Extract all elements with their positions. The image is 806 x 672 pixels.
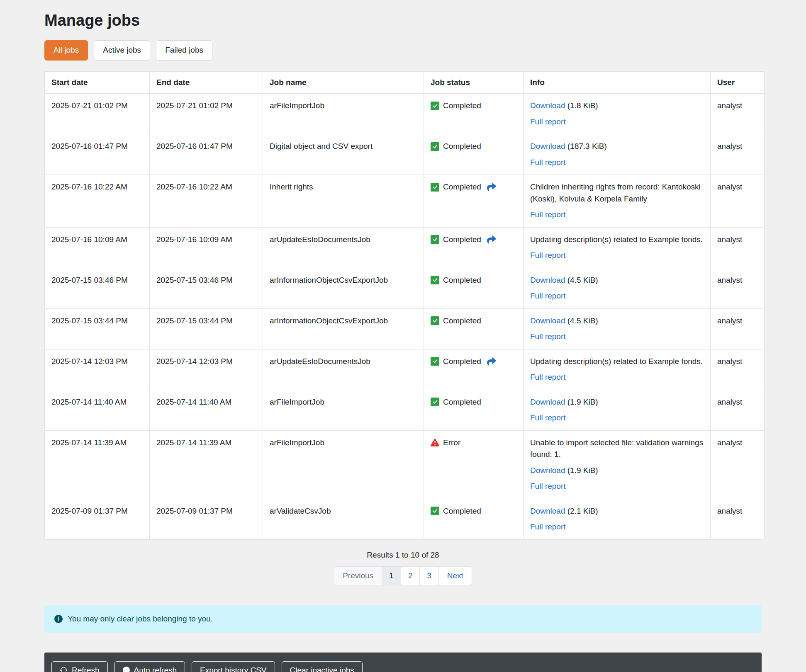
pagination-previous[interactable]: Previous <box>334 566 382 585</box>
pagination-page-2[interactable]: 2 <box>401 566 420 585</box>
job-info-text: Children inheriting rights from record: … <box>530 181 704 205</box>
job-status-cell: Completed <box>424 349 524 390</box>
full-report-link[interactable]: Full report <box>530 117 566 126</box>
job-info-text: Unable to import selected file: validati… <box>530 437 704 461</box>
refresh-label: Refresh <box>72 666 100 672</box>
share-icon <box>487 235 496 244</box>
job-status-cell: Completed <box>424 499 524 539</box>
filter-active-jobs[interactable]: Active jobs <box>94 40 150 61</box>
start-date-cell: 2025-07-15 03:46 PM <box>45 268 150 308</box>
refresh-button[interactable]: Refresh <box>51 661 108 672</box>
user-cell: analyst <box>711 308 765 349</box>
download-link[interactable]: Download <box>530 398 565 406</box>
share-icon <box>487 182 496 192</box>
clear-inactive-jobs-button[interactable]: Clear inactive jobs <box>282 661 363 672</box>
end-date-cell: 2025-07-16 10:22 AM <box>150 175 263 228</box>
job-name-cell: arFileImportJob <box>263 390 424 430</box>
info-icon <box>54 615 63 623</box>
job-info-text: Updating description(s) related to Examp… <box>530 234 704 246</box>
export-history-csv-label: Export history CSV <box>200 666 267 672</box>
pagination-next[interactable]: Next <box>438 566 472 585</box>
table-header-row: Start date End date Job name Job status … <box>45 71 765 94</box>
full-report-link[interactable]: Full report <box>530 251 566 260</box>
download-link[interactable]: Download <box>530 276 565 284</box>
download-link[interactable]: Download <box>530 142 565 150</box>
end-date-cell: 2025-07-14 12:03 PM <box>150 349 263 390</box>
download-link[interactable]: Download <box>530 507 565 515</box>
full-report-link[interactable]: Full report <box>530 482 566 490</box>
auto-refresh-button[interactable]: Auto refresh <box>114 661 185 672</box>
download-link[interactable]: Download <box>530 101 565 110</box>
download-link[interactable]: Download <box>530 316 565 325</box>
job-info-text: Updating description(s) related to Examp… <box>530 356 704 368</box>
job-status-cell: Completed <box>424 94 524 134</box>
status-completed-icon <box>431 276 439 284</box>
status-label: Completed <box>443 234 481 246</box>
job-status-cell: Completed <box>424 227 524 268</box>
start-date-cell: 2025-07-16 10:09 AM <box>45 227 150 268</box>
download-size: (4.5 KiB) <box>565 276 598 284</box>
status-label: Error <box>443 437 460 449</box>
col-header-end-date: End date <box>150 71 263 94</box>
status-error-icon <box>431 438 439 447</box>
user-cell: analyst <box>711 134 765 175</box>
status-completed-icon <box>431 142 439 151</box>
end-date-cell: 2025-07-16 01:47 PM <box>150 134 263 175</box>
filter-all-jobs[interactable]: All jobs <box>44 40 88 61</box>
col-header-user: User <box>711 71 765 94</box>
status-completed-icon <box>431 316 439 325</box>
job-name-cell: arFileImportJob <box>263 430 424 499</box>
full-report-link[interactable]: Full report <box>530 522 566 531</box>
col-header-job-status: Job status <box>424 71 524 94</box>
pagination: Previous 1 2 3 Next <box>44 566 762 585</box>
end-date-cell: 2025-07-16 10:09 AM <box>150 227 263 268</box>
full-report-link[interactable]: Full report <box>530 291 566 300</box>
user-cell: analyst <box>711 349 765 390</box>
job-filter-buttons: All jobs Active jobs Failed jobs <box>44 40 762 61</box>
job-status-cell: Error <box>424 430 524 499</box>
status-label: Completed <box>443 315 481 327</box>
table-row: 2025-07-15 03:44 PM2025-07-15 03:44 PMar… <box>45 308 765 349</box>
status-label: Completed <box>443 181 481 193</box>
job-info-cell: Unable to import selected file: validati… <box>524 430 711 499</box>
start-date-cell: 2025-07-14 11:39 AM <box>45 430 150 499</box>
manage-jobs-page: Manage jobs All jobs Active jobs Failed … <box>0 0 806 672</box>
download-link[interactable]: Download <box>530 466 565 475</box>
pagination-page-1[interactable]: 1 <box>382 566 401 585</box>
job-info-cell: Download (187.3 KiB)Full report <box>524 134 711 175</box>
export-history-csv-button[interactable]: Export history CSV <box>192 661 275 672</box>
pagination-page-3[interactable]: 3 <box>419 566 439 585</box>
refresh-icon <box>60 666 68 672</box>
jobs-table-body: 2025-07-21 01:02 PM2025-07-21 01:02 PMar… <box>45 94 765 540</box>
jobs-table: Start date End date Job name Job status … <box>44 71 765 540</box>
job-info-cell: Download (4.5 KiB)Full report <box>524 268 711 308</box>
end-date-cell: 2025-07-09 01:37 PM <box>150 499 263 539</box>
table-row: 2025-07-14 11:40 AM2025-07-14 11:40 AMar… <box>45 390 765 430</box>
job-info-cell: Updating description(s) related to Examp… <box>524 349 711 390</box>
download-size: (187.3 KiB) <box>565 142 607 150</box>
start-date-cell: 2025-07-14 12:03 PM <box>45 349 150 390</box>
job-status-cell: Completed <box>424 268 524 308</box>
full-report-link[interactable]: Full report <box>530 158 566 167</box>
full-report-link[interactable]: Full report <box>530 413 566 422</box>
full-report-link[interactable]: Full report <box>530 332 566 341</box>
table-row: 2025-07-14 11:39 AM2025-07-14 11:39 AMar… <box>45 430 765 499</box>
job-info-cell: Download (2.1 KiB)Full report <box>524 499 711 539</box>
end-date-cell: 2025-07-14 11:39 AM <box>150 430 263 499</box>
start-date-cell: 2025-07-14 11:40 AM <box>45 390 150 430</box>
download-size: (1.9 KiB) <box>565 398 598 406</box>
job-status-cell: Completed <box>424 175 524 228</box>
status-label: Completed <box>443 141 481 153</box>
col-header-info: Info <box>524 71 711 94</box>
filter-failed-jobs[interactable]: Failed jobs <box>156 40 212 61</box>
job-status-cell: Completed <box>424 308 524 349</box>
results-summary: Results 1 to 10 of 28 <box>44 551 762 560</box>
full-report-link[interactable]: Full report <box>530 373 566 381</box>
user-cell: analyst <box>711 94 765 134</box>
download-size: (1.9 KiB) <box>565 466 598 475</box>
full-report-link[interactable]: Full report <box>530 210 566 219</box>
job-info-cell: Updating description(s) related to Examp… <box>524 227 711 268</box>
user-cell: analyst <box>711 499 765 539</box>
job-name-cell: Inherit rights <box>263 175 424 228</box>
clear-inactive-jobs-label: Clear inactive jobs <box>290 666 354 672</box>
